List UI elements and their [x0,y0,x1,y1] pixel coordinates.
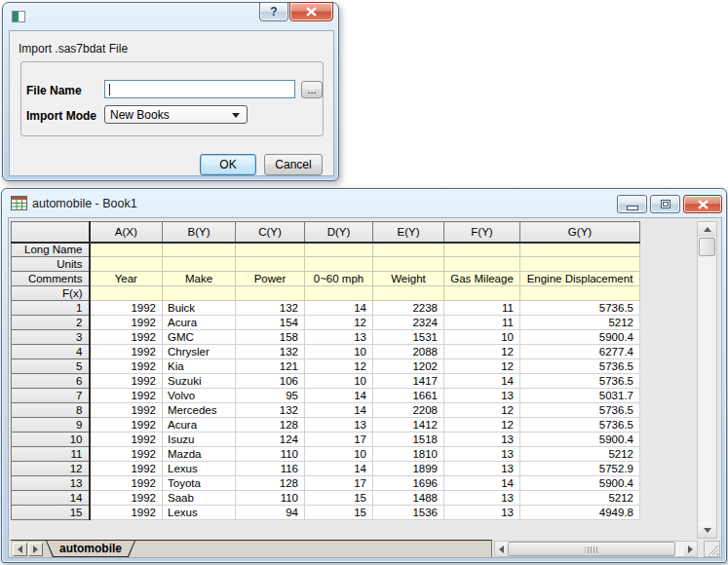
grid-cell[interactable]: 1992 [90,491,163,506]
grid-cell[interactable]: 5900.4 [520,476,640,491]
column-header[interactable]: B(Y) [163,222,236,243]
label-cell[interactable] [305,286,373,301]
grid-cell[interactable]: 1899 [373,462,444,476]
label-cell[interactable] [90,243,163,257]
grid-cell[interactable]: 128 [236,476,305,491]
grid-cell[interactable]: Buick [163,301,236,316]
grid-cell[interactable]: Chrysler [163,345,236,359]
grid-cell[interactable]: 1992 [90,403,163,418]
grid-cell[interactable]: 12 [305,359,373,374]
grid-cell[interactable]: Acura [163,316,236,330]
grid-cell[interactable]: 17 [305,433,373,447]
worksheet-icon[interactable] [11,196,27,210]
grid-cell[interactable]: Acura [163,418,236,433]
grid-cell[interactable]: 5736.5 [520,301,640,316]
grid-cell[interactable]: 5752.9 [520,462,640,476]
grid-cell[interactable]: 1992 [90,506,163,520]
label-cell[interactable]: Engine Displacement [520,272,640,286]
grid-cell[interactable]: 5900.4 [520,330,640,345]
grid-cell[interactable]: 132 [236,403,305,418]
grid-cell[interactable]: Mercedes [163,403,236,418]
label-cell[interactable] [236,257,305,272]
label-cell[interactable] [444,257,520,272]
grid-cell[interactable]: 1412 [373,418,444,433]
row-header[interactable]: 5 [12,359,90,374]
row-header[interactable]: 2 [12,316,90,330]
grid-cell[interactable]: 1810 [373,447,444,462]
grid-cell[interactable]: 14 [305,403,373,418]
label-cell[interactable] [373,243,444,257]
grid-cell[interactable]: 11 [444,316,520,330]
row-label-header[interactable]: Comments [12,272,90,286]
label-cell[interactable] [520,286,640,301]
grid-cell[interactable]: 121 [236,359,305,374]
grid-cell[interactable]: 124 [236,433,305,447]
grid-cell[interactable]: 1992 [90,433,163,447]
scroll-left-button[interactable] [495,542,508,556]
grid-cell[interactable]: 12 [444,418,520,433]
resize-grip[interactable] [704,541,720,557]
grid-cell[interactable]: 1992 [90,345,163,359]
grid-cell[interactable]: 1992 [90,316,163,330]
row-header[interactable]: 11 [12,447,90,462]
label-cell[interactable]: Gas Mileage [444,272,520,286]
help-button[interactable]: ? [259,2,288,21]
grid-cell[interactable]: 14 [305,389,373,403]
grid-cell[interactable]: 5031.7 [520,389,640,403]
grid-cell[interactable]: 1992 [90,476,163,491]
scroll-right-button[interactable] [684,542,697,556]
import-mode-select[interactable]: New Books [104,105,248,124]
grid-cell[interactable]: 13 [305,418,373,433]
grid-cell[interactable]: 106 [236,374,305,389]
tab-scroll-right-button[interactable] [28,543,43,556]
column-header[interactable]: E(Y) [373,222,444,243]
grid-cell[interactable]: 132 [236,345,305,359]
grid-cell[interactable]: 13 [305,330,373,345]
grid-cell[interactable]: 1992 [90,462,163,476]
label-cell[interactable] [305,257,373,272]
label-cell[interactable] [163,257,236,272]
browse-button[interactable]: ... [301,81,323,98]
file-name-input[interactable] [105,81,294,97]
label-cell[interactable]: Year [90,272,163,286]
grid-cell[interactable]: 2324 [373,316,444,330]
grid-cell[interactable]: 5736.5 [520,359,640,374]
grid-cell[interactable]: 1536 [373,506,444,520]
grid-cell[interactable]: 1992 [90,389,163,403]
grid-cell[interactable]: 17 [305,476,373,491]
grid-cell[interactable]: 10 [444,330,520,345]
restore-button[interactable] [650,195,680,213]
grid-cell[interactable]: Saab [163,491,236,506]
grid-cell[interactable]: 12 [444,345,520,359]
grid-cell[interactable]: 2208 [373,403,444,418]
row-header[interactable]: 10 [12,433,90,447]
grid-cell[interactable]: 1531 [373,330,444,345]
grid-cell[interactable]: 94 [236,506,305,520]
book1-titlebar[interactable]: automobile - Book1 [2,189,726,217]
row-header[interactable]: 8 [12,403,90,418]
grid-cell[interactable]: 128 [236,418,305,433]
window-close-button[interactable] [683,195,722,213]
dialog-close-button[interactable] [289,2,333,21]
grid-cell[interactable]: Suzuki [163,374,236,389]
grid-cell[interactable]: 95 [236,389,305,403]
dialog-app-icon[interactable] [12,11,25,22]
grid-cell[interactable]: 1661 [373,389,444,403]
row-label-header[interactable]: F(x) [12,286,90,301]
grid-cell[interactable]: 5736.5 [520,403,640,418]
label-cell[interactable]: Make [163,272,236,286]
row-header[interactable]: 9 [12,418,90,433]
grid-cell[interactable]: 5736.5 [520,418,640,433]
label-cell[interactable] [236,286,305,301]
column-header[interactable]: D(Y) [305,222,373,243]
grid-cell[interactable]: 2238 [373,301,444,316]
scroll-up-button[interactable] [698,222,716,237]
label-cell[interactable] [163,286,236,301]
grid-cell[interactable]: 5212 [520,316,640,330]
grid-cell[interactable]: 5736.5 [520,374,640,389]
horizontal-scroll-thumb[interactable] [508,542,675,556]
grid-cell[interactable]: 4949.8 [520,506,640,520]
row-label-header[interactable]: Units [12,257,90,272]
row-header[interactable]: 7 [12,389,90,403]
grid-cell[interactable]: 10 [305,447,373,462]
